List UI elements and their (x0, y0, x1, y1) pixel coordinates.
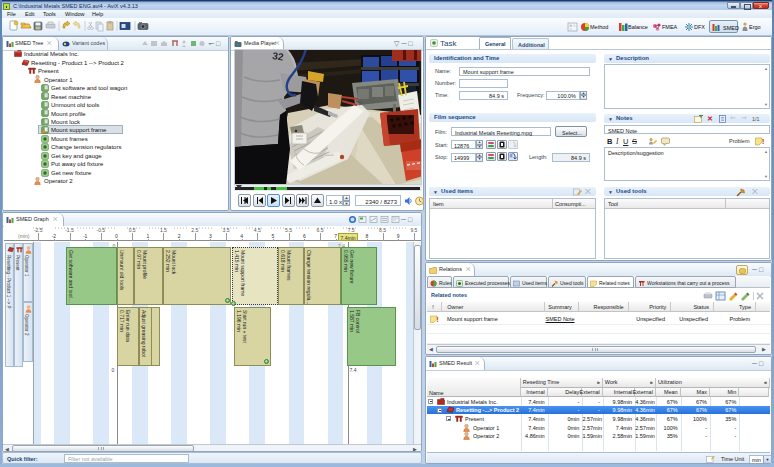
svg-text:!: ! (437, 315, 439, 322)
svg-text:!: ! (762, 138, 764, 145)
